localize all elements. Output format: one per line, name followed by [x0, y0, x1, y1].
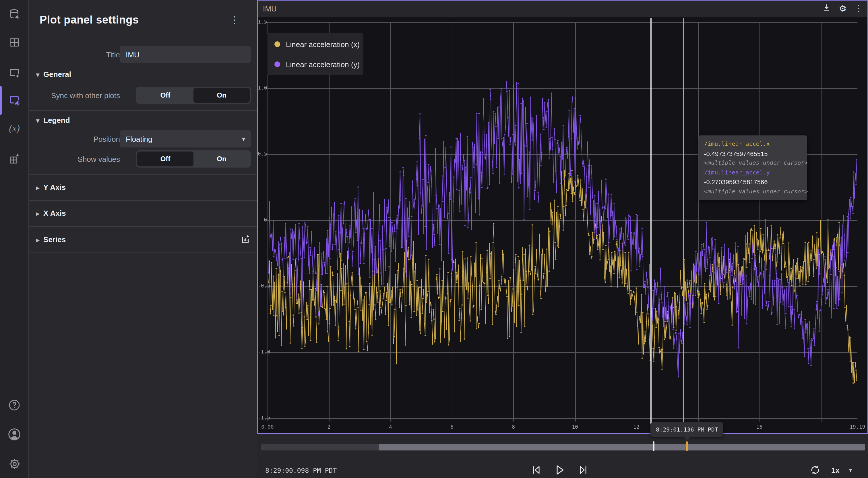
section-y-axis-label: Y Axis: [43, 183, 66, 192]
section-series-label: Series: [43, 235, 66, 244]
tooltip-multiple-x: <multiple values under cursor>: [704, 158, 801, 168]
sync-label: Sync with other plots: [35, 91, 120, 100]
plot-value-tooltip: /imu.linear_accel.x -0.4973737597465515 …: [699, 135, 807, 200]
play-icon: [553, 463, 567, 478]
timeline-hover-time: 8:29:01.136 PM PDT: [656, 426, 718, 433]
add-series-button[interactable]: [241, 234, 250, 246]
timeseries-chart-canvas[interactable]: [258, 17, 868, 435]
position-label: Position: [35, 135, 120, 144]
show-values-on-option[interactable]: On: [193, 152, 250, 166]
loop-icon: [809, 464, 822, 478]
variables-button[interactable]: (x): [0, 116, 29, 141]
plot-floating-legend[interactable]: Linear acceleration (x) Linear accelerat…: [268, 33, 363, 75]
tooltip-value-x: -0.4973737597465515: [704, 149, 801, 158]
section-y-axis[interactable]: ▸Y Axis: [36, 183, 66, 192]
series-x-color-dot: [274, 41, 280, 47]
y-axis-tick: -1.0: [258, 349, 267, 354]
legend-position-value: Floating: [126, 134, 242, 143]
playback-bar: 8:29:01.136 PM PDT 8:29:00.098 PM PDT: [257, 434, 868, 478]
section-general-label: General: [43, 70, 71, 78]
legend-item-label: Linear acceleration (y): [286, 60, 360, 69]
data-source-settings-button[interactable]: [0, 2, 29, 27]
panel-settings-button[interactable]: [0, 88, 29, 113]
seek-to-start-button[interactable]: [529, 464, 543, 477]
tooltip-caret: [683, 436, 690, 440]
plot-panel-settings-panel: Plot panel settings ⋮ Title ▾General Syn…: [29, 0, 257, 478]
extensions-button[interactable]: [0, 145, 29, 170]
section-legend[interactable]: ▾Legend: [36, 116, 70, 125]
divider: [29, 200, 257, 201]
help-button[interactable]: [0, 392, 29, 418]
x-axis-tick: 8: [496, 424, 531, 430]
playhead-line: [650, 19, 651, 433]
x-axis-tick: 16: [742, 424, 777, 430]
tooltip-multiple-y: <multiple values under cursor>: [704, 187, 801, 196]
legend-position-select[interactable]: Floating ▾: [120, 130, 251, 148]
playback-speed-value[interactable]: 1x: [831, 466, 840, 475]
section-x-axis[interactable]: ▸X Axis: [36, 209, 66, 218]
app-window: (x): [0, 0, 868, 478]
timeline-hover-marker[interactable]: [686, 441, 688, 451]
show-values-off-option[interactable]: Off: [137, 152, 193, 166]
help-icon: [7, 398, 21, 412]
legend-item-label: Linear acceleration (x): [286, 40, 360, 49]
panel-title-input[interactable]: [120, 46, 251, 63]
current-playback-time: 8:29:00.098 PM PDT: [265, 467, 337, 475]
chevron-down-icon: ▾: [36, 117, 39, 124]
timeline-playhead-marker[interactable]: [653, 441, 654, 451]
section-series[interactable]: ▸Series: [36, 235, 66, 244]
sync-on-option[interactable]: On: [193, 88, 250, 103]
gear-icon: [7, 456, 22, 471]
x-axis-tick: 19.19: [840, 424, 868, 430]
account-icon: [7, 427, 22, 442]
chevron-right-icon: ▸: [36, 210, 39, 217]
x-axis-tick: 4: [373, 424, 408, 430]
add-panel-icon: [7, 66, 21, 80]
plot-panel: IMU ⚙ ⋮ 1.5 1.0 0.5: [257, 0, 868, 434]
hover-cursor-line: [683, 19, 684, 433]
x-axis-tick: 2: [312, 424, 346, 430]
panel-menu-button[interactable]: ⋮: [852, 2, 865, 15]
divider: [29, 110, 257, 111]
layouts-button[interactable]: [0, 30, 29, 55]
download-icon: [822, 3, 831, 14]
download-data-button[interactable]: [820, 2, 833, 15]
loop-playback-button[interactable]: [808, 464, 822, 477]
timeline-loaded-range: [379, 444, 865, 450]
sync-toggle: Off On: [136, 87, 251, 104]
play-button[interactable]: [553, 464, 567, 477]
plot-panel-toolbar: IMU ⚙ ⋮: [258, 1, 867, 17]
legend-item-accel-x[interactable]: Linear acceleration (x): [268, 37, 360, 51]
kebab-menu-icon: ⋮: [854, 4, 864, 13]
seek-end-icon: [577, 464, 590, 478]
speed-menu-caret-icon[interactable]: ▾: [849, 467, 852, 473]
section-x-axis-label: X Axis: [43, 209, 66, 218]
show-values-toggle: Off On: [136, 150, 251, 167]
variables-icon: (x): [9, 123, 20, 134]
legend-item-accel-y[interactable]: Linear acceleration (y): [268, 57, 360, 71]
chevron-down-icon: ▾: [36, 71, 39, 78]
title-field-label: Title: [35, 51, 120, 59]
x-axis-tick: 12: [619, 424, 654, 430]
add-series-icon: [241, 236, 250, 246]
y-axis-tick: 0.5: [258, 151, 267, 156]
panel-settings-gear-button[interactable]: ⚙: [836, 2, 849, 15]
timeline-scrubber[interactable]: [261, 444, 865, 450]
seek-start-icon: [530, 464, 542, 478]
chevron-right-icon: ▸: [36, 236, 39, 243]
panel-settings-icon: [7, 94, 21, 107]
seek-to-end-button[interactable]: [577, 464, 590, 477]
divider: [29, 174, 257, 175]
layout-grid-icon: [8, 36, 21, 49]
preferences-button[interactable]: [0, 451, 29, 476]
timeline-hover-tooltip: 8:29:01.136 PM PDT: [650, 422, 723, 436]
settings-menu-kebab-icon[interactable]: ⋮: [229, 15, 240, 25]
section-general[interactable]: ▾General: [36, 70, 71, 78]
account-button[interactable]: [0, 422, 29, 447]
add-panel-button[interactable]: [0, 60, 29, 86]
plot-panel-title: IMU: [263, 4, 277, 13]
gear-icon: ⚙: [839, 3, 847, 14]
sync-off-option[interactable]: Off: [137, 88, 193, 103]
divider: [29, 226, 257, 227]
tooltip-topic-x: /imu.linear_accel.x: [704, 139, 801, 149]
